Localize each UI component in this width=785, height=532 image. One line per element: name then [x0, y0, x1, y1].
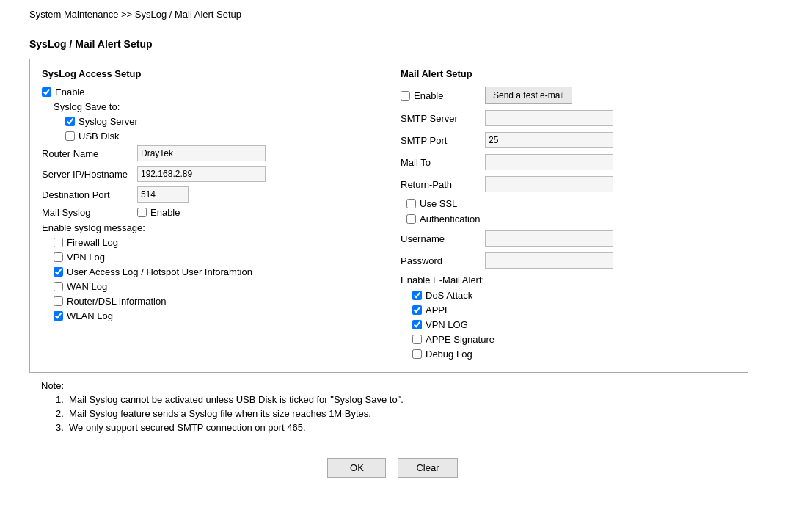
firewall-log-checkbox[interactable]: [54, 238, 63, 247]
wlan-log-row: WLAN Log: [54, 310, 377, 321]
wan-log-row: WAN Log: [54, 281, 377, 292]
appe-sig-checkbox[interactable]: [412, 335, 422, 344]
username-label: Username: [401, 233, 485, 244]
user-access-checkbox[interactable]: [54, 267, 63, 277]
appe-sig-row: APPE Signature: [412, 334, 736, 345]
smtp-port-row: SMTP Port: [401, 132, 736, 148]
dos-attack-row: DoS Attack: [412, 290, 736, 301]
syslog-enable-checkbox[interactable]: [42, 87, 51, 97]
mail-alert-panel: Mail Alert Setup Enable Send a test e-ma…: [389, 59, 748, 372]
enable-email-alert-label: Enable E-Mail Alert:: [401, 274, 736, 285]
password-input[interactable]: [485, 252, 613, 269]
server-ip-label: Server IP/Hostname: [42, 169, 137, 180]
debug-log-checkbox[interactable]: [412, 349, 422, 359]
breadcrumb: System Maintenance >> SysLog / Mail Aler…: [0, 0, 785, 26]
vpn-log-row: VPN Log: [54, 252, 377, 263]
password-row: Password: [401, 252, 736, 269]
syslog-enable-label: Enable: [55, 87, 84, 98]
return-path-label: Return-Path: [401, 179, 485, 190]
vpn-log-mail-checkbox[interactable]: [412, 320, 422, 329]
return-path-input[interactable]: [485, 176, 613, 192]
username-row: Username: [401, 230, 736, 247]
dest-port-input[interactable]: [137, 186, 189, 203]
appe-checkbox[interactable]: [412, 305, 422, 315]
router-name-row: Router Name: [42, 145, 377, 161]
mail-syslog-checkbox[interactable]: [137, 208, 147, 217]
clear-button[interactable]: Clear: [398, 458, 457, 478]
mail-enable-label: Enable: [414, 90, 443, 101]
syslog-section-title: SysLog Access Setup: [42, 68, 377, 79]
password-label: Password: [401, 255, 485, 266]
debug-log-row: Debug Log: [412, 349, 736, 360]
smtp-server-input[interactable]: [485, 110, 613, 126]
firewall-log-label: Firewall Log: [67, 237, 118, 248]
appe-row: APPE: [412, 305, 736, 316]
router-dsl-checkbox[interactable]: [54, 296, 63, 306]
router-dsl-label: Router/DSL information: [67, 296, 166, 307]
usb-disk-checkbox[interactable]: [65, 131, 75, 141]
server-ip-input[interactable]: [137, 166, 266, 182]
mail-syslog-label: Mail Syslog: [42, 207, 137, 218]
return-path-row: Return-Path: [401, 176, 736, 192]
authentication-label: Authentication: [420, 214, 480, 225]
dest-port-row: Destination Port: [42, 186, 377, 203]
syslog-server-row: Syslog Server: [65, 116, 377, 127]
notes-item-3: 3. We only support secured SMTP connecti…: [41, 422, 744, 433]
mail-to-label: Mail To: [401, 157, 485, 168]
mail-syslog-enable-label: Enable: [150, 207, 180, 218]
authentication-checkbox[interactable]: [406, 214, 416, 224]
smtp-server-label: SMTP Server: [401, 113, 485, 124]
vpn-log-mail-label: VPN LOG: [426, 319, 468, 330]
smtp-port-label: SMTP Port: [401, 135, 485, 146]
mail-to-row: Mail To: [401, 154, 736, 170]
router-name-label: Router Name: [42, 148, 137, 159]
usb-disk-row: USB Disk: [65, 131, 377, 142]
send-test-button[interactable]: Send a test e-mail: [485, 87, 572, 104]
save-to-label: Syslog Save to:: [54, 101, 377, 112]
notes-item-2: 2. Mail Syslog feature sends a Syslog fi…: [41, 408, 744, 419]
enable-syslog-msg-label: Enable syslog message:: [42, 222, 377, 233]
use-ssl-row: Use SSL: [406, 198, 736, 209]
dest-port-label: Destination Port: [42, 189, 137, 200]
notes-item-1: 1. Mail Syslog cannot be activated unles…: [41, 394, 744, 405]
wlan-log-label: WLAN Log: [67, 310, 113, 321]
mail-to-input[interactable]: [485, 154, 613, 170]
appe-label: APPE: [426, 305, 451, 316]
dos-attack-checkbox[interactable]: [412, 291, 422, 300]
router-name-input[interactable]: [137, 145, 266, 161]
notes-title: Note:: [41, 380, 744, 391]
usb-disk-label: USB Disk: [78, 131, 120, 142]
use-ssl-label: Use SSL: [420, 198, 457, 209]
vpn-log-mail-row: VPN LOG: [412, 319, 736, 330]
notes-section: Note: 1. Mail Syslog cannot be activated…: [29, 373, 756, 443]
smtp-server-row: SMTP Server: [401, 110, 736, 126]
mail-enable-checkbox[interactable]: [401, 91, 410, 101]
ok-button[interactable]: OK: [327, 458, 386, 478]
syslog-server-label: Syslog Server: [78, 116, 138, 127]
appe-sig-label: APPE Signature: [426, 334, 494, 345]
main-config-table: SysLog Access Setup Enable Syslog Save t…: [29, 59, 748, 373]
wlan-log-checkbox[interactable]: [54, 311, 63, 321]
page-title: SysLog / Mail Alert Setup: [29, 38, 756, 50]
wan-log-label: WAN Log: [67, 281, 107, 292]
mail-alert-section-title: Mail Alert Setup: [401, 68, 736, 79]
router-dsl-row: Router/DSL information: [54, 296, 377, 307]
use-ssl-checkbox[interactable]: [406, 199, 416, 208]
username-input[interactable]: [485, 230, 613, 247]
smtp-port-input[interactable]: [485, 132, 613, 148]
authentication-row: Authentication: [406, 214, 736, 225]
vpn-log-checkbox[interactable]: [54, 252, 63, 262]
debug-log-label: Debug Log: [426, 349, 472, 360]
firewall-log-row: Firewall Log: [54, 237, 377, 248]
syslog-enable-row: Enable: [42, 87, 377, 98]
user-access-label: User Access Log / Hotspot User Inforamti…: [67, 266, 252, 277]
syslog-panel: SysLog Access Setup Enable Syslog Save t…: [30, 59, 389, 372]
server-ip-row: Server IP/Hostname: [42, 166, 377, 182]
mail-syslog-row: Mail Syslog Enable: [42, 207, 377, 218]
mail-enable-row: Enable Send a test e-mail: [401, 87, 736, 104]
wan-log-checkbox[interactable]: [54, 282, 63, 291]
syslog-server-checkbox[interactable]: [65, 117, 75, 126]
dos-attack-label: DoS Attack: [426, 290, 472, 301]
vpn-log-label: VPN Log: [67, 252, 105, 263]
action-buttons: OK Clear: [29, 443, 756, 492]
